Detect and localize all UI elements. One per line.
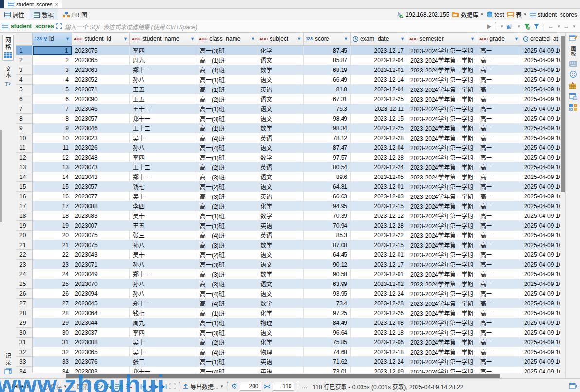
cell-student_id[interactable]: 2023065 xyxy=(72,347,130,357)
cell-grade[interactable]: 高一 xyxy=(477,162,521,172)
cell-id[interactable]: 4 xyxy=(33,75,72,85)
cell-score[interactable]: 87.47 xyxy=(304,143,351,153)
column-header-id[interactable]: 123id▼ xyxy=(33,33,72,45)
cell-subject[interactable]: 化学 xyxy=(257,338,304,347)
cell-created_at[interactable]: 2025-04-09 10 xyxy=(521,299,565,308)
row-number[interactable]: 26 xyxy=(16,289,33,299)
cell-student_id[interactable]: 2023077 xyxy=(72,192,130,201)
cell-student_name[interactable]: 孙八 xyxy=(130,260,197,269)
cell-subject[interactable]: 物理 xyxy=(257,347,304,357)
cell-created_at[interactable]: 2025-04-09 10 xyxy=(521,182,565,192)
cell-exam_date[interactable]: 2023-12-26 xyxy=(351,308,407,318)
cell-id[interactable]: 27 xyxy=(33,299,72,308)
cell-student_name[interactable]: 李四 xyxy=(130,46,197,55)
cell-subject[interactable]: 英语 xyxy=(257,85,304,94)
cell-score[interactable]: 87.45 xyxy=(304,46,351,55)
cell-class_name[interactable]: 高一(4)班 xyxy=(197,133,257,143)
table-selector[interactable]: 表 ▼ xyxy=(507,10,527,18)
cell-score[interactable]: 75.85 xyxy=(304,338,351,347)
cell-score[interactable]: 90.12 xyxy=(304,260,351,269)
cell-created_at[interactable]: 2025-04-09 10 xyxy=(521,338,565,347)
cell-score[interactable]: 70.94 xyxy=(304,221,351,231)
cell-exam_date[interactable]: 2023-12-09 xyxy=(351,367,407,373)
cell-semester[interactable]: 2023-2024学年第一学期 xyxy=(407,192,477,201)
filter-history-icon[interactable]: ▼ xyxy=(500,24,504,29)
cell-student_name[interactable]: 郑十一 xyxy=(130,299,197,308)
cell-student_id[interactable]: 2023046 xyxy=(72,104,130,114)
row-number[interactable]: 19 xyxy=(16,221,33,231)
cell-id[interactable]: 24 xyxy=(33,269,72,279)
cell-student_name[interactable]: 周九 xyxy=(130,318,197,328)
cell-id[interactable]: 5 xyxy=(33,85,72,94)
cell-student_name[interactable]: 吴十 xyxy=(130,133,197,143)
row-number[interactable]: 25 xyxy=(16,279,33,289)
cell-score[interactable]: 66.63 xyxy=(304,192,351,201)
settings-gear-icon[interactable]: ⚙ xyxy=(231,382,237,390)
cell-grade[interactable]: 高一 xyxy=(477,85,521,94)
row-number[interactable]: 29 xyxy=(16,318,33,328)
tab-properties[interactable]: 属性 xyxy=(0,9,29,20)
cell-student_id[interactable]: 2023048 xyxy=(72,153,130,162)
cell-student_id[interactable]: 2023070 xyxy=(72,279,130,289)
cell-exam_date[interactable]: 2023-12-24 xyxy=(351,289,407,299)
cell-student_id[interactable]: 2023049 xyxy=(72,269,130,279)
cell-subject[interactable]: 英语 xyxy=(257,357,304,367)
cell-student_name[interactable]: 郑十一 xyxy=(130,172,197,182)
vertical-scrollbar[interactable] xyxy=(560,33,565,373)
cell-grade[interactable]: 高一 xyxy=(477,143,521,153)
cell-id[interactable]: 16 xyxy=(33,192,72,201)
cell-class_name[interactable]: 高一(1)班 xyxy=(197,153,257,162)
cell-student_name[interactable]: 吴十 xyxy=(130,250,197,260)
cell-class_name[interactable]: 高一(1)班 xyxy=(197,75,257,85)
cell-grade[interactable]: 高一 xyxy=(477,192,521,201)
row-number[interactable]: 6 xyxy=(16,94,33,104)
row-number[interactable]: 9 xyxy=(16,124,33,133)
overflow-menu-icon[interactable]: … xyxy=(302,383,308,390)
chevron-down-icon[interactable]: ▼ xyxy=(557,24,561,29)
cell-class_name[interactable]: 高一(1)班 xyxy=(197,85,257,94)
cell-student_id[interactable]: 2023071 xyxy=(72,260,130,269)
cell-student_id[interactable]: 2023063 xyxy=(72,65,130,75)
cell-grade[interactable]: 高一 xyxy=(477,279,521,289)
fetch-size-input[interactable]: 200 xyxy=(240,382,261,391)
cell-subject[interactable]: 英语 xyxy=(257,231,304,240)
cell-class_name[interactable]: 高一(3)班 xyxy=(197,172,257,182)
cell-semester[interactable]: 2023-2024学年第一学期 xyxy=(407,94,477,104)
cell-grade[interactable]: 高一 xyxy=(477,240,521,250)
cell-created_at[interactable]: 2025-04-09 10 xyxy=(521,289,565,299)
cell-exam_date[interactable]: 2023-12-25 xyxy=(351,94,407,104)
eraser-icon[interactable] xyxy=(507,23,514,29)
cell-created_at[interactable]: 2025-04-09 10 xyxy=(521,162,565,172)
cell-grade[interactable]: 高一 xyxy=(477,104,521,114)
cell-created_at[interactable]: 2025-04-09 10 xyxy=(521,114,565,124)
cell-id[interactable]: 25 xyxy=(33,279,72,289)
cell-id[interactable]: 29 xyxy=(33,318,72,328)
column-dropdown-icon[interactable]: ▼ xyxy=(400,36,405,41)
fetch-page-icon[interactable] xyxy=(169,383,176,389)
cell-grade[interactable]: 高一 xyxy=(477,299,521,308)
cell-subject[interactable]: 语文 xyxy=(257,250,304,260)
cell-semester[interactable]: 2023-2024学年第一学期 xyxy=(407,143,477,153)
cell-semester[interactable]: 2023-2024学年第一学期 xyxy=(407,182,477,192)
row-number[interactable]: 18 xyxy=(16,211,33,221)
cell-class_name[interactable]: 高一(1)班 xyxy=(197,124,257,133)
cell-student_id[interactable]: 2023064 xyxy=(72,308,130,318)
row-number[interactable]: 5 xyxy=(16,85,33,94)
cell-semester[interactable]: 2023-2024学年第一学期 xyxy=(407,299,477,308)
tab-er-diagram[interactable]: ER 图 xyxy=(58,9,91,20)
cell-exam_date[interactable]: 2023-12-28 xyxy=(351,299,407,308)
active-database[interactable]: test xyxy=(487,11,504,18)
cell-semester[interactable]: 2023-2024学年第一学期 xyxy=(407,85,477,94)
cell-exam_date[interactable]: 2023-12-03 xyxy=(351,192,407,201)
cell-id[interactable]: 33 xyxy=(33,357,72,367)
row-number[interactable]: 33 xyxy=(16,357,33,367)
cell-class_name[interactable]: 高一(2)班 xyxy=(197,201,257,211)
row-number[interactable]: 23 xyxy=(16,260,33,269)
cell-grade[interactable]: 高一 xyxy=(477,46,521,55)
cell-student_name[interactable]: 钱七 xyxy=(130,308,197,318)
active-table[interactable]: student_scores xyxy=(530,11,577,18)
cell-exam_date[interactable]: 2023-12-15 xyxy=(351,114,407,124)
grouping-panel-icon[interactable] xyxy=(569,104,577,111)
cell-subject[interactable]: 化学 xyxy=(257,201,304,211)
cell-grade[interactable]: 高一 xyxy=(477,338,521,347)
